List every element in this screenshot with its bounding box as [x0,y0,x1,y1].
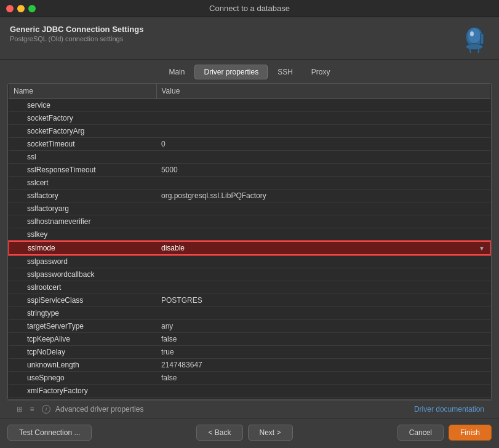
table-row[interactable]: sslfactoryarg [9,202,490,215]
close-button[interactable] [6,5,14,12]
table-row[interactable]: tcpKeepAlivefalse [9,333,490,346]
table-row[interactable]: socketFactory [9,112,490,125]
filter-icon[interactable]: ≡ [27,404,37,414]
advanced-driver-props-label: Advanced driver properties [55,405,143,414]
footer-bar: ⊞ ≡ i Advanced driver properties Driver … [7,400,492,418]
property-name-cell: service [9,99,156,112]
property-name-cell: sslpassword [9,255,156,268]
right-buttons: Cancel Finish [397,425,492,441]
property-name-cell: targetServerType [9,320,156,333]
window-title: Connect to a database [209,4,290,13]
table-row[interactable]: sslcert [9,177,490,190]
property-name-cell: sslkey [9,228,156,242]
property-value-cell [156,125,490,138]
table-row[interactable]: targetServerTypeany [9,320,490,333]
table-row[interactable]: service [9,99,490,112]
property-value-cell [156,112,490,125]
dialog: Generic JDBC Connection Settings Postgre… [0,17,499,448]
footer-icons: ⊞ ≡ [15,404,37,414]
property-value-cell [156,281,490,294]
back-button[interactable]: < Back [196,425,242,441]
property-name-cell: sslResponseTimeout [9,164,156,177]
table-row[interactable]: sslmodedisable▼ [9,241,490,255]
table-header-row: Name Value [9,84,490,99]
property-value-cell: POSTGRES [156,294,490,307]
property-name-cell: sslcert [9,177,156,190]
driver-docs-link[interactable]: Driver documentation [414,405,484,414]
center-buttons: < Back Next > [196,425,292,441]
minimize-button[interactable] [17,5,25,12]
tab-driver-properties[interactable]: Driver properties [194,65,268,79]
table-row[interactable]: useSpnegofalse [9,372,490,385]
property-name-cell: tcpKeepAlive [9,333,156,346]
tab-proxy[interactable]: Proxy [303,65,339,79]
footer-left: ⊞ ≡ i Advanced driver properties [15,404,143,414]
property-value-cell [156,202,490,215]
property-name-cell: socketFactoryArg [9,125,156,138]
next-button[interactable]: Next > [248,425,293,441]
table-row[interactable]: tcpNoDelaytrue [9,346,490,359]
table-row[interactable]: sspiServiceClassPOSTGRES [9,294,490,307]
test-connection-button[interactable]: Test Connection ... [7,425,92,441]
cancel-button[interactable]: Cancel [397,425,444,441]
table-row[interactable]: sslkey [9,228,490,242]
table-row[interactable]: sslhostnameverifier [9,215,490,228]
property-name-cell: sslpasswordcallback [9,268,156,281]
svg-point-1 [468,28,481,43]
property-name-cell: sspiServiceClass [9,294,156,307]
property-name-cell: sslmode [9,241,156,255]
property-value-cell: org.postgresql.ssl.LibPQFactory [156,190,490,202]
property-name-cell: socketTimeout [9,138,156,151]
table-row[interactable]: sslpassword [9,255,490,268]
property-name-cell: stringtype [9,307,156,320]
property-name-cell: tcpNoDelay [9,346,156,359]
property-name-cell: socketFactory [9,112,156,125]
property-value-cell: 2147483647 [156,359,490,372]
property-name-cell: xmlFactoryFactory [9,385,156,398]
list-icon[interactable]: ⊞ [15,404,25,414]
property-value-cell: false [156,372,490,385]
property-name-cell: useSpnego [9,372,156,385]
property-value-cell [156,385,490,398]
table-row[interactable]: unknownLength2147483647 [9,359,490,372]
finish-button[interactable]: Finish [449,425,492,441]
table-row[interactable]: sslResponseTimeout5000 [9,164,490,177]
property-value-cell: true [156,346,490,359]
tab-ssh[interactable]: SSH [269,65,301,79]
svg-point-4 [470,31,474,36]
info-icon: i [42,405,50,414]
property-value-cell: any [156,320,490,333]
table-row[interactable]: sslrootcert [9,281,490,294]
table-row[interactable]: socketTimeout0 [9,138,490,151]
col-name-header: Name [9,84,156,99]
property-value-cell [156,307,490,320]
properties-table-container[interactable]: Name Value servicesocketFactorysocketFac… [7,83,492,400]
property-value-cell [156,177,490,190]
property-value-cell[interactable]: disable▼ [156,241,490,255]
header-text: Generic JDBC Connection Settings Postgre… [10,25,143,42]
postgres-icon: PostgreSQL [460,25,489,54]
table-row[interactable]: sslfactoryorg.postgresql.ssl.LibPQFactor… [9,190,490,202]
table-row[interactable]: stringtype [9,307,490,320]
table-row[interactable]: sslpasswordcallback [9,268,490,281]
property-value-cell [156,99,490,112]
table-row[interactable]: xmlFactoryFactory [9,385,490,398]
property-name-cell: unknownLength [9,359,156,372]
property-value-cell [156,228,490,242]
button-row: Test Connection ... < Back Next > Cancel… [0,418,499,448]
property-value-cell: false [156,333,490,346]
properties-table: Name Value servicesocketFactorysocketFac… [8,84,491,400]
property-name-cell: sslrootcert [9,281,156,294]
table-row[interactable]: ssl [9,151,490,164]
title-bar: Connect to a database [0,0,499,17]
maximize-button[interactable] [28,5,36,12]
property-value-cell: 5000 [156,164,490,177]
svg-point-3 [466,44,483,50]
property-name-cell: sslhostnameverifier [9,215,156,228]
tabs-bar: Main Driver properties SSH Proxy [0,60,499,79]
property-name-cell: sslfactory [9,190,156,202]
tab-main[interactable]: Main [160,65,193,79]
property-name-cell: sslfactoryarg [9,202,156,215]
table-row[interactable]: socketFactoryArg [9,125,490,138]
col-value-header: Value [156,84,490,99]
